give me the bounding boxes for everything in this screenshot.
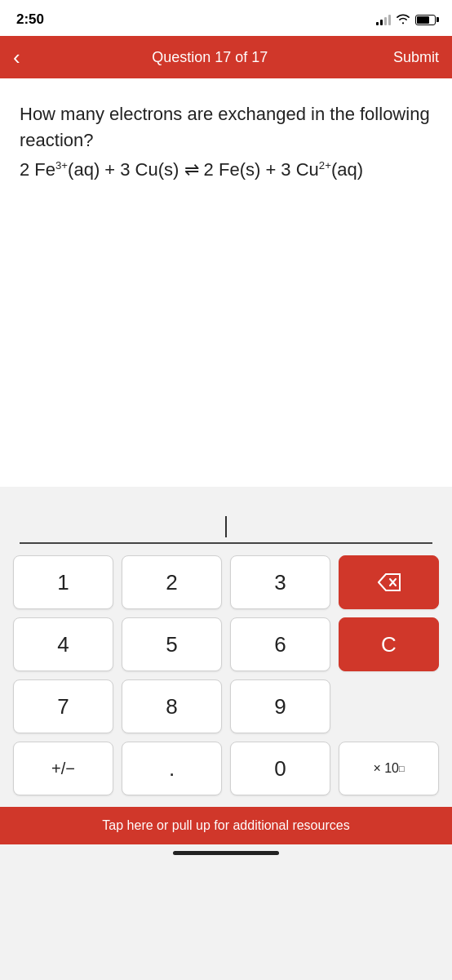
key-decimal[interactable]: . bbox=[122, 742, 222, 795]
bottom-banner-text: Tap here or pull up for additional resou… bbox=[102, 818, 349, 832]
answer-display bbox=[20, 503, 432, 544]
backspace-icon bbox=[378, 573, 401, 591]
bottom-banner[interactable]: Tap here or pull up for additional resou… bbox=[0, 807, 452, 844]
key-backspace[interactable] bbox=[339, 555, 439, 609]
equation: 2 Fe3+(aq) + 3 Cu(s) ⇌ 2 Fe(s) + 3 Cu2+(… bbox=[20, 157, 432, 183]
key-0[interactable]: 0 bbox=[230, 742, 330, 795]
key-plusminus[interactable]: +/− bbox=[13, 742, 113, 795]
key-7[interactable]: 7 bbox=[13, 679, 113, 733]
answer-area: 1 2 3 4 5 6 C 7 8 9 +/− . 0 × 10□ bbox=[0, 487, 452, 807]
key-empty bbox=[339, 679, 439, 733]
key-1[interactable]: 1 bbox=[13, 555, 113, 609]
question-text: How many electrons are exchanged in the … bbox=[20, 101, 432, 183]
status-icons bbox=[376, 13, 436, 27]
question-area: How many electrons are exchanged in the … bbox=[0, 78, 452, 487]
keypad: 1 2 3 4 5 6 C 7 8 9 +/− . 0 × 10□ bbox=[13, 555, 439, 807]
nav-title: Question 17 of 17 bbox=[27, 49, 393, 66]
home-bar bbox=[173, 851, 279, 855]
key-8[interactable]: 8 bbox=[122, 679, 222, 733]
key-4[interactable]: 4 bbox=[13, 617, 113, 671]
submit-button[interactable]: Submit bbox=[393, 49, 439, 66]
key-6[interactable]: 6 bbox=[230, 617, 330, 671]
status-bar: 2:50 bbox=[0, 0, 452, 36]
question-body: How many electrons are exchanged in the … bbox=[20, 104, 430, 150]
back-button[interactable]: ‹ bbox=[13, 43, 27, 71]
wifi-icon bbox=[396, 13, 410, 27]
battery-icon bbox=[415, 15, 436, 25]
key-9[interactable]: 9 bbox=[230, 679, 330, 733]
key-clear[interactable]: C bbox=[339, 617, 439, 671]
status-time: 2:50 bbox=[16, 11, 44, 28]
key-x100[interactable]: × 10□ bbox=[339, 742, 439, 795]
key-5[interactable]: 5 bbox=[122, 617, 222, 671]
home-indicator bbox=[0, 844, 452, 865]
key-2[interactable]: 2 bbox=[122, 555, 222, 609]
key-3[interactable]: 3 bbox=[230, 555, 330, 609]
signal-icon bbox=[376, 14, 391, 25]
nav-bar: ‹ Question 17 of 17 Submit bbox=[0, 36, 452, 78]
answer-cursor bbox=[225, 516, 227, 537]
